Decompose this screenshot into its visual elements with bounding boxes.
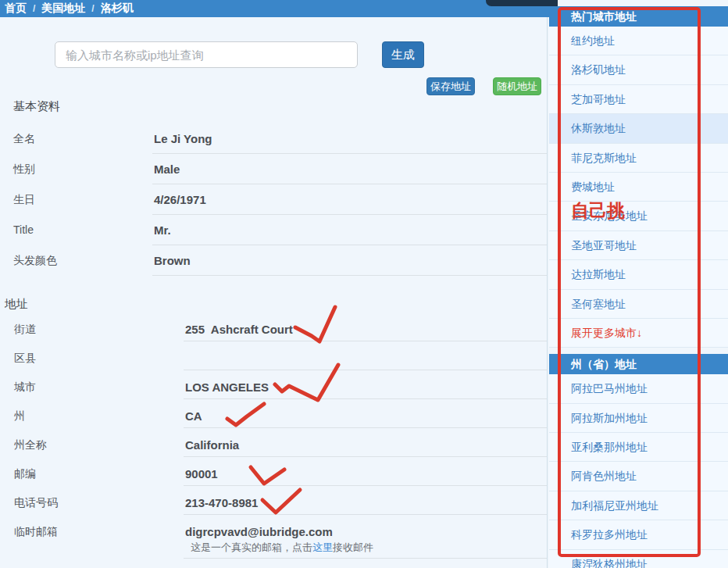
field-label: 州全称	[14, 438, 47, 452]
sidebar-item-arkansas[interactable]: 阿肯色州地址	[549, 462, 728, 491]
field-underline	[184, 427, 547, 428]
breadcrumb-us-address[interactable]: 美国地址	[41, 2, 85, 16]
sidebar-item-alabama[interactable]: 阿拉巴马州地址	[549, 374, 728, 403]
email-note-suffix: 接收邮件	[333, 541, 373, 553]
field-underline	[184, 398, 547, 399]
breadcrumb-separator: /	[33, 3, 35, 14]
field-label: 邮编	[14, 467, 36, 481]
sidebar-expand-more-cities[interactable]: 展开更多城市↓	[549, 319, 728, 348]
sidebar-state-section: 州（省）地址 阿拉巴马州地址 阿拉斯加州地址 亚利桑那州地址 阿肯色州地址 加利…	[549, 354, 728, 568]
sidebar-item-colorado[interactable]: 科罗拉多州地址	[549, 520, 728, 549]
field-value: LOS ANGELES	[185, 380, 269, 394]
field-label: 城市	[14, 380, 36, 395]
field-label: 州	[14, 409, 25, 423]
sidebar-item-california[interactable]: 加利福尼亚州地址	[549, 491, 728, 520]
save-address-button[interactable]: 保存地址	[426, 77, 475, 95]
sidebar-item-alaska[interactable]: 阿拉斯加州地址	[549, 404, 728, 433]
field-underline	[184, 370, 547, 370]
field-value: Le Ji Yong	[154, 132, 212, 145]
sidebar-item-phoenix[interactable]: 菲尼克斯地址	[549, 144, 728, 173]
field-value: digrcpvavd@iubridge.com	[185, 525, 333, 538]
sidebar-item-dallas[interactable]: 达拉斯地址	[549, 260, 728, 289]
field-label: Title	[13, 223, 34, 236]
breadcrumb-separator: /	[91, 3, 94, 14]
breadcrumb: 首页 / 美国地址 / 洛杉矶	[0, 0, 549, 17]
random-address-button[interactable]: 随机地址	[493, 77, 541, 95]
sidebar: 热门城市地址 纽约地址 洛杉矶地址 芝加哥地址 休斯敦地址 菲尼克斯地址 费城地…	[549, 6, 728, 568]
email-note-prefix: 这是一个真实的邮箱，点击	[191, 541, 312, 553]
field-underline	[152, 214, 547, 215]
sidebar-item-san-jose[interactable]: 圣何塞地址	[549, 290, 728, 319]
field-underline	[184, 485, 547, 486]
top-right-dark-tab	[486, 0, 558, 6]
field-label: 电话号码	[14, 496, 58, 510]
field-value: Male	[154, 163, 180, 176]
field-label: 全名	[13, 132, 35, 146]
field-underline	[184, 558, 547, 559]
field-label: 头发颜色	[13, 254, 57, 268]
field-underline	[184, 514, 547, 515]
field-row-temp-email: 临时邮箱 digrcpvavd@iubridge.com 这是一个真实的邮箱，点…	[0, 525, 547, 561]
field-label: 生日	[13, 193, 35, 207]
field-value: Mr.	[154, 223, 171, 237]
field-underline	[152, 153, 547, 154]
field-label: 性别	[13, 163, 35, 177]
field-value: 255 Ashcraft Court	[185, 323, 293, 336]
email-note: 这是一个真实的邮箱，点击这里接收邮件	[191, 541, 373, 555]
content-sidebar-divider	[547, 0, 548, 568]
field-label: 临时邮箱	[14, 525, 58, 539]
basic-info-title: 基本资料	[13, 99, 60, 114]
breadcrumb-los-angeles: 洛杉矶	[101, 2, 134, 16]
field-underline	[184, 456, 547, 457]
field-label: 街道	[14, 323, 36, 337]
address-title: 地址	[5, 297, 28, 312]
field-value: 4/26/1971	[154, 193, 206, 206]
sidebar-item-philadelphia[interactable]: 费城地址	[549, 173, 728, 202]
field-value: CA	[185, 409, 202, 423]
field-value: Brown	[154, 254, 191, 267]
sidebar-item-houston[interactable]: 休斯敦地址	[549, 114, 728, 143]
field-value: 213-470-8981	[185, 496, 258, 509]
email-receive-link[interactable]: 这里	[312, 541, 333, 553]
sidebar-item-san-antonio[interactable]: 圣安东尼奥地址	[549, 202, 728, 230]
field-row-hair-color: 头发颜色 Brown	[0, 254, 547, 290]
field-underline	[152, 245, 547, 245]
field-underline	[152, 184, 547, 184]
sidebar-item-los-angeles[interactable]: 洛杉矶地址	[549, 55, 728, 84]
field-value: California	[185, 438, 239, 452]
sidebar-item-san-diego[interactable]: 圣地亚哥地址	[549, 231, 728, 260]
field-label: 区县	[14, 352, 36, 366]
sidebar-item-new-york[interactable]: 纽约地址	[549, 27, 728, 55]
field-value: 90001	[185, 467, 218, 480]
sidebar-item-chicago[interactable]: 芝加哥地址	[549, 85, 728, 114]
search-input[interactable]	[55, 41, 358, 68]
sidebar-header-states: 州（省）地址	[549, 354, 728, 374]
field-underline	[184, 341, 547, 341]
field-underline	[152, 275, 547, 276]
sidebar-item-connecticut[interactable]: 康涅狄格州地址	[549, 550, 728, 568]
breadcrumb-home[interactable]: 首页	[5, 2, 27, 16]
sidebar-header-hot-cities: 热门城市地址	[549, 6, 728, 27]
sidebar-item-arizona[interactable]: 亚利桑那州地址	[549, 433, 728, 462]
generate-button[interactable]: 生成	[382, 41, 424, 68]
